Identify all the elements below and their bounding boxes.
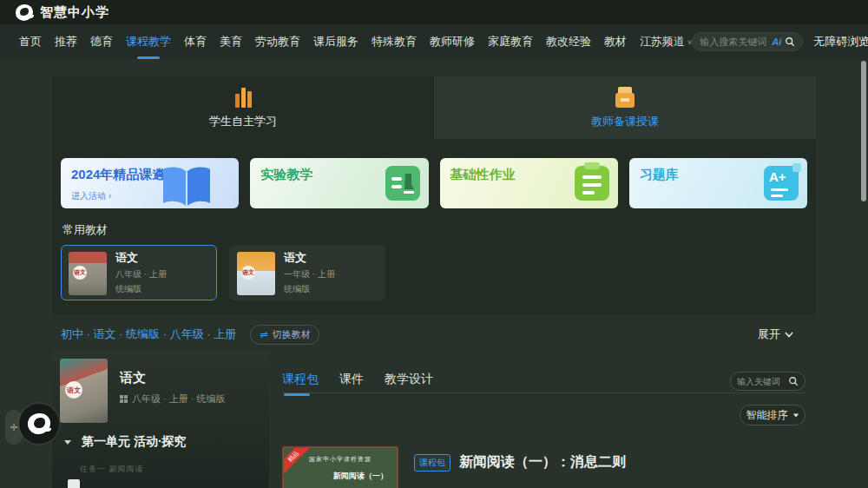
chevron-down-icon: ˅ xyxy=(687,38,692,47)
course-list-item[interactable]: 精品 国家中小学课程资源 新闻阅读（一） 课程包 新闻阅读（一）：消息二则 xyxy=(282,446,626,488)
book-cover: 语文 xyxy=(60,359,108,423)
vertical-scrollbar[interactable] xyxy=(861,61,866,201)
global-search-input[interactable] xyxy=(700,36,768,47)
course-type-badge: 课程包 xyxy=(414,454,450,472)
nav-item-teaching[interactable]: 课程教学 xyxy=(126,24,171,59)
grid-icon xyxy=(120,395,128,403)
nav-right: Ai 无障碍浏览 xyxy=(692,32,868,51)
textbook-card-grade1[interactable]: 语文 语文 一年级 · 上册 统编版 xyxy=(229,245,385,300)
nav-item-arts[interactable]: 美育 xyxy=(220,24,242,59)
accessibility-link[interactable]: 无障碍浏览 xyxy=(813,34,868,49)
experiment-icon xyxy=(385,166,420,201)
partial-list-item-thumb xyxy=(68,479,80,488)
course-title[interactable]: 新闻阅读（一）：消息二则 xyxy=(459,453,626,472)
brand-name: 智慧中小学 xyxy=(40,4,109,21)
nav-item-special[interactable]: 特殊教育 xyxy=(372,24,417,59)
nav-items: 首页 推荐 德育 课程教学 体育 美育 劳动教育 课后服务 特殊教育 教师研修 … xyxy=(19,24,692,59)
promo-cards: 2024年精品课遴选 进入活动 › 实验教学 基础性作业 xyxy=(61,158,807,208)
textbook-cards: 语文 语文 八年级 · 上册 统编版 语文 语文 一年级 · 上册 统编版 xyxy=(61,245,385,300)
books-icon xyxy=(235,87,252,108)
card-experiment-teaching[interactable]: 实验教学 xyxy=(250,158,428,208)
main-nav: 首页 推荐 德育 课程教学 体育 美育 劳动教育 课后服务 特殊教育 教师研修 … xyxy=(0,24,868,59)
book-title: 语文 xyxy=(120,370,146,386)
tab-teacher-lesson-prep[interactable]: 教师备课授课 xyxy=(434,76,816,139)
nav-item-moral[interactable]: 德育 xyxy=(90,24,113,59)
nav-item-afterschool[interactable]: 课后服务 xyxy=(313,24,358,59)
nav-item-labor[interactable]: 劳动教育 xyxy=(255,24,300,59)
nav-item-recommend[interactable]: 推荐 xyxy=(55,24,77,59)
triangle-down-icon xyxy=(792,413,798,417)
smart-sort-button[interactable]: 智能排序 xyxy=(740,405,806,425)
nav-item-home[interactable]: 首页 xyxy=(19,24,42,59)
nav-item-reform[interactable]: 教改经验 xyxy=(546,24,591,59)
global-search[interactable]: Ai xyxy=(692,32,803,51)
textbook-cover: 语文 xyxy=(237,252,275,295)
brand-logo-icon xyxy=(16,4,33,21)
open-book-icon xyxy=(159,165,214,208)
brand-logo-icon xyxy=(28,413,50,434)
textbooks-section-title: 常用教材 xyxy=(62,222,108,238)
nav-item-pe[interactable]: 体育 xyxy=(184,24,207,59)
search-icon[interactable] xyxy=(788,376,799,386)
filter-bar: 初中 · 语文 · 统编版 · 八年级 · 上册 ⇌ 切换教材 展开 xyxy=(52,323,816,346)
exam-paper-icon: A+ xyxy=(764,166,799,201)
nav-item-teacher-training[interactable]: 教师研修 xyxy=(430,24,475,59)
card-2024-quality-course[interactable]: 2024年精品课遴选 进入活动 › xyxy=(61,158,239,208)
ai-search-icon[interactable]: Ai xyxy=(772,36,781,47)
briefcase-icon xyxy=(615,87,635,108)
top-bar: 智慧中小学 xyxy=(0,0,868,24)
clipboard-icon xyxy=(575,166,609,201)
chevron-down-icon xyxy=(785,332,793,338)
app-window: 智慧中小学 首页 推荐 德育 课程教学 体育 美育 劳动教育 课后服务 特殊教育… xyxy=(0,0,868,488)
book-meta: 八年级 · 上册 · 统编版 xyxy=(120,392,226,406)
nav-item-textbook[interactable]: 教材 xyxy=(604,24,627,59)
switch-textbook-button[interactable]: ⇌ 切换教材 xyxy=(250,325,319,345)
expand-button[interactable]: 展开 xyxy=(758,326,793,342)
nav-item-family[interactable]: 家庭教育 xyxy=(488,24,533,59)
search-icon[interactable] xyxy=(785,36,795,47)
triangle-down-icon xyxy=(64,440,71,445)
textbook-card-grade8[interactable]: 语文 语文 八年级 · 上册 统编版 xyxy=(61,245,217,300)
keyword-search-input[interactable] xyxy=(737,377,786,386)
switch-icon: ⇌ xyxy=(260,329,267,340)
card-basic-homework[interactable]: 基础性作业 xyxy=(440,158,618,208)
tab-student-self-study[interactable]: 学生自主学习 xyxy=(52,76,434,139)
unit-toggle[interactable]: 第一单元 活动·探究 xyxy=(64,434,187,450)
breadcrumb[interactable]: 初中 · 语文 · 统编版 · 八年级 · 上册 xyxy=(61,326,236,342)
current-book-panel: 语文 语文 八年级 · 上册 · 统编版 第一单元 活动·探究 任务一 新闻阅读 xyxy=(52,351,269,488)
nav-item-jiangsu-channel[interactable]: 江苏频道˅ xyxy=(640,24,692,59)
unit-sub-item[interactable]: 任务一 新闻阅读 xyxy=(80,464,144,475)
floating-app-logo[interactable] xyxy=(19,404,59,444)
course-thumbnail[interactable]: 精品 国家中小学课程资源 新闻阅读（一） xyxy=(282,446,398,488)
textbook-cover: 语文 xyxy=(69,252,107,295)
keyword-search[interactable] xyxy=(730,372,806,391)
tabs-divider xyxy=(282,392,806,393)
card-exercise-bank[interactable]: 习题库 A+ xyxy=(629,158,807,208)
